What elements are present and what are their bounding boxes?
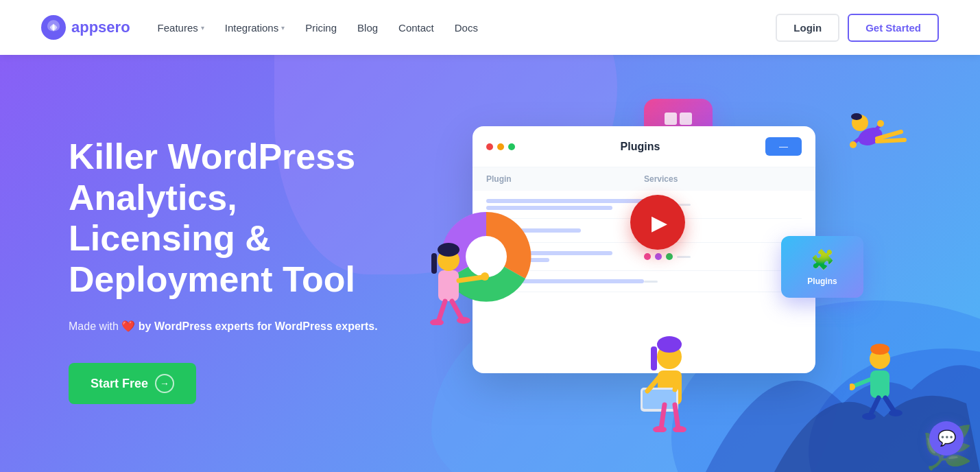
nav-pricing[interactable]: Pricing	[305, 22, 337, 34]
plugins-card: 🧩 Plugins	[781, 236, 863, 298]
dot-yellow	[497, 143, 504, 150]
dot-green	[508, 143, 515, 150]
dot-red	[486, 143, 493, 150]
chat-button[interactable]: 💬	[929, 421, 964, 456]
svg-point-38	[870, 344, 889, 355]
svg-point-26	[657, 336, 682, 353]
start-free-label: Start Free	[91, 377, 148, 391]
character-kneeling-svg	[850, 340, 918, 429]
hero-title: Killer WordPress Analytics, Licensing & …	[69, 137, 411, 300]
svg-line-31	[675, 377, 678, 390]
svg-line-21	[452, 301, 462, 320]
svg-rect-27	[651, 346, 657, 370]
navbar: appsero Features ▾ Integrations ▾ Pricin…	[0, 0, 980, 55]
nav-features-link[interactable]: Features ▾	[158, 22, 204, 34]
svg-point-11	[850, 141, 857, 148]
start-free-button[interactable]: Start Free →	[69, 363, 196, 404]
svg-line-33	[675, 405, 678, 429]
hero-section: Killer WordPress Analytics, Licensing & …	[0, 55, 980, 472]
dashboard-header: Plugins —	[473, 126, 815, 167]
svg-line-7	[877, 140, 905, 141]
svg-line-39	[853, 379, 870, 386]
table-header: Plugin Services	[473, 167, 815, 191]
svg-line-18	[459, 277, 483, 281]
svg-point-19	[481, 272, 489, 281]
chevron-down-icon: ▾	[201, 24, 204, 32]
character-laptop-svg	[637, 322, 713, 432]
plugins-label: Plugins	[807, 276, 837, 286]
subtitle-emphasis: by WordPress experts for WordPress exper…	[139, 320, 378, 332]
svg-point-10	[877, 120, 884, 127]
logo[interactable]: appsero	[41, 15, 130, 40]
navbar-left: appsero Features ▾ Integrations ▾ Pricin…	[41, 15, 478, 40]
hero-left: Killer WordPress Analytics, Licensing & …	[69, 137, 411, 404]
nav-integrations[interactable]: Integrations ▾	[225, 22, 285, 34]
subtitle-prefix: Made with	[69, 320, 119, 332]
col-services: Services	[644, 174, 802, 184]
svg-rect-14	[438, 270, 459, 301]
svg-point-44	[889, 410, 903, 416]
svg-line-41	[870, 398, 879, 415]
play-circle[interactable]: ▶	[630, 195, 685, 250]
play-icon: ▶	[652, 211, 667, 235]
svg-line-42	[885, 398, 894, 412]
kneeling-character	[850, 340, 918, 432]
logo-text: appsero	[71, 19, 130, 36]
svg-point-23	[457, 317, 470, 324]
logo-icon	[41, 15, 66, 40]
nav-blog[interactable]: Blog	[357, 22, 378, 34]
nav-docs[interactable]: Docs	[455, 22, 478, 34]
character-flying-svg	[829, 106, 911, 167]
arrow-circle-icon: →	[155, 374, 174, 393]
window-dots	[486, 143, 515, 150]
svg-point-34	[653, 426, 667, 432]
flying-character	[829, 106, 911, 170]
dashboard-title: Plugins	[621, 141, 660, 153]
character-pushing-svg	[411, 229, 493, 325]
svg-line-32	[661, 405, 665, 429]
puzzle-icon: 🧩	[811, 248, 835, 271]
laptop-character	[637, 322, 713, 435]
svg-point-22	[430, 319, 444, 325]
svg-point-35	[673, 426, 686, 432]
nav-docs-link[interactable]: Docs	[455, 22, 478, 34]
nav-blog-link[interactable]: Blog	[357, 22, 378, 34]
svg-line-20	[438, 301, 445, 322]
get-started-button[interactable]: Get Started	[848, 14, 939, 42]
svg-rect-17	[431, 253, 437, 274]
col-plugin: Plugin	[486, 174, 644, 184]
nav-contact-link[interactable]: Contact	[398, 22, 434, 34]
nav-integrations-link[interactable]: Integrations ▾	[225, 22, 285, 34]
svg-point-43	[862, 413, 876, 420]
chevron-down-icon: ▾	[281, 24, 285, 32]
pushing-character	[411, 229, 493, 328]
nav-pricing-link[interactable]: Pricing	[305, 22, 337, 34]
hero-illustration: Themes	[445, 99, 925, 442]
hero-subtitle: Made with ❤️ by WordPress experts for Wo…	[69, 317, 411, 335]
chat-icon: 💬	[937, 429, 956, 447]
nav-contact[interactable]: Contact	[398, 22, 434, 34]
svg-point-16	[438, 243, 459, 257]
dashboard-add-button[interactable]: —	[765, 137, 802, 156]
svg-rect-36	[870, 370, 889, 398]
navbar-right: Login Get Started	[776, 14, 939, 42]
heart-icon: ❤️	[121, 320, 138, 332]
nav-features[interactable]: Features ▾	[158, 22, 204, 34]
login-button[interactable]: Login	[776, 14, 839, 42]
svg-point-5	[851, 113, 862, 120]
nav-links: Features ▾ Integrations ▾ Pricing Blog	[158, 22, 478, 34]
